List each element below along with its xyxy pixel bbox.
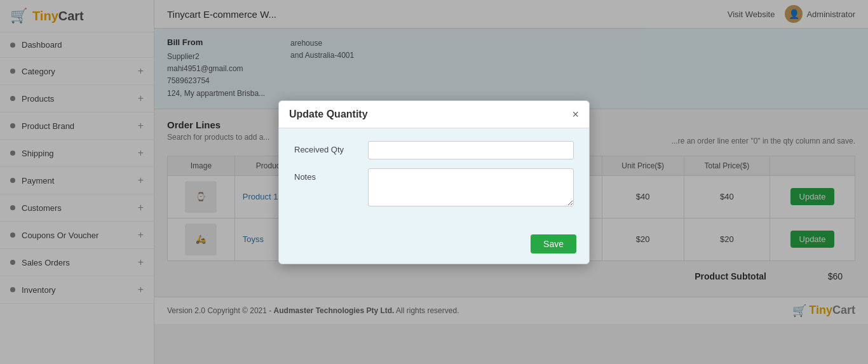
save-button[interactable]: Save [531,234,576,253]
update-quantity-modal: Update Quantity × Received Qty Notes Sav… [278,100,590,264]
modal-header: Update Quantity × [279,101,589,128]
received-qty-input[interactable] [368,141,574,159]
modal-overlay[interactable]: Update Quantity × Received Qty Notes Sav… [0,0,868,364]
received-qty-row: Received Qty [294,141,574,159]
notes-label: Notes [294,168,358,182]
modal-title: Update Quantity [289,109,368,120]
notes-textarea[interactable] [368,168,574,206]
modal-body: Received Qty Notes [279,128,589,228]
modal-close-button[interactable]: × [572,109,579,120]
modal-footer: Save [279,228,589,264]
received-qty-label: Received Qty [294,141,358,154]
notes-row: Notes [294,168,574,206]
